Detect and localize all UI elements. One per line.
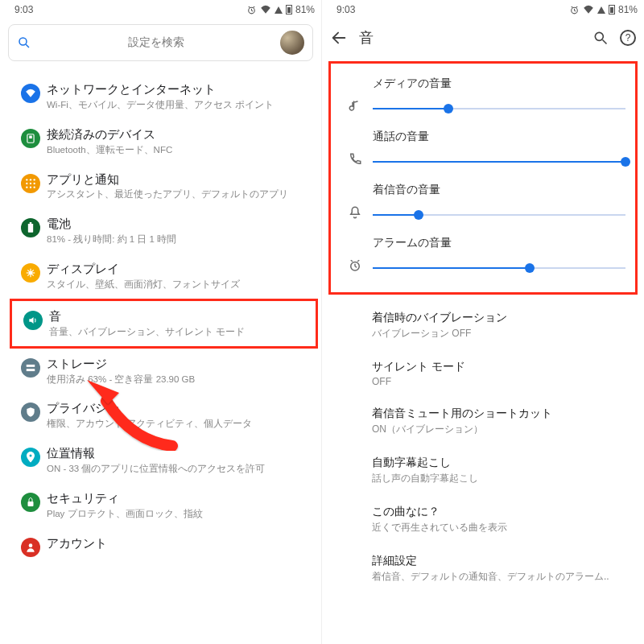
privacy-icon [14,401,47,422]
svg-rect-18 [28,224,33,233]
settings-row-device[interactable]: 接続済みのデバイスBluetooth、運転モード、NFC [10,119,318,164]
row-title: 音 [49,309,311,324]
page-title: 音 [359,28,581,47]
row-title: 接続済みのデバイス [47,127,313,142]
svg-rect-29 [27,365,35,367]
settings-row-wifi[interactable]: ネットワークとインターネットWi-Fi、モバイル、データ使用量、アクセス ポイン… [10,74,318,119]
sound-option[interactable]: サイレント モードOFF [369,350,639,397]
svg-line-3 [249,6,250,7]
svg-point-12 [26,182,27,184]
sound-icon [17,309,49,330]
volume-slider-note: メディアの音量 [337,72,629,125]
alarm-icon [342,258,368,275]
sound-option[interactable]: 着信時のバイブレーションバイブレーション OFF [369,301,639,350]
row-title: プライバシー [47,401,313,416]
svg-line-36 [574,10,576,11]
volume-slider-phone: 通話の音量 [337,125,629,178]
back-button[interactable] [330,29,348,47]
wifi-icon [14,82,47,103]
sound-option[interactable]: 詳細設定着信音、デフォルトの通知音、デフォルトのアラーム.. [369,544,639,593]
sound-header: 音 ? [322,19,644,56]
grid-icon [14,172,47,193]
bell-icon [342,205,368,221]
svg-point-5 [19,38,27,45]
sound-option[interactable]: 自動字幕起こし話し声の自動字幕起こし [369,446,639,495]
option-subtitle: OFF [372,376,636,387]
sound-option[interactable]: この曲なに？近くで再生されている曲を表示 [369,495,639,544]
svg-rect-32 [28,502,34,506]
status-bar: 9:03 81% [322,0,644,19]
svg-point-39 [595,32,603,40]
option-subtitle: ON（バイブレーション） [372,423,636,436]
svg-line-2 [251,10,253,11]
row-title: ネットワークとインターネット [47,82,313,97]
search-button[interactable] [592,30,609,46]
row-subtitle: ON - 33 個のアプリに位置情報へのアクセスを許可 [47,463,313,475]
wifi-status-icon [260,5,271,14]
slider-label: アラームの音量 [373,236,625,250]
option-title: 着信音ミュート用のショートカット [372,407,636,421]
svg-line-40 [603,40,607,44]
slider-track[interactable] [373,157,625,168]
svg-line-38 [576,6,578,7]
row-title: 位置情報 [47,446,313,461]
clock: 9:03 [6,4,246,15]
settings-row-security[interactable]: セキュリティPlay プロテクト、画面ロック、指紋 [10,483,318,528]
phone-icon [342,152,368,168]
row-title: セキュリティ [47,491,313,506]
settings-row-battery[interactable]: 電池81% - 残り時間: 約 1 日 1 時間 [10,208,318,254]
option-title: 詳細設定 [372,554,636,568]
svg-line-6 [26,44,29,47]
profile-avatar[interactable] [280,31,304,55]
row-subtitle: アシスタント、最近使ったアプリ、デフォルトのアプリ [47,188,313,200]
svg-point-17 [34,186,35,188]
battery-status-icon [286,5,292,14]
option-subtitle: 近くで再生されている曲を表示 [372,521,636,535]
settings-row-storage[interactable]: ストレージ使用済み 63% - 空き容量 23.90 GB [10,349,318,394]
row-subtitle: 権限、アカウント アクティビティ、個人データ [47,418,313,430]
slider-label: 着信音の音量 [373,183,625,197]
svg-point-31 [30,455,32,457]
sound-settings-screen: 9:03 81% 音 ? メディアの音量通話の音量着信音の音量アラームの音量 着… [322,0,644,644]
svg-line-4 [254,6,255,7]
svg-point-33 [29,543,33,547]
status-icons: 81% [569,4,638,15]
option-title: サイレント モード [372,360,636,374]
settings-search[interactable]: 設定を検索 [8,24,313,61]
svg-point-10 [30,179,31,180]
option-title: 自動字幕起こし [372,456,636,470]
settings-row-privacy[interactable]: プライバシー権限、アカウント アクティビティ、個人データ [10,393,318,438]
volume-sliders-group: メディアの音量通話の音量着信音の音量アラームの音量 [328,61,638,295]
help-button[interactable]: ? [620,30,636,46]
settings-row-sun[interactable]: ディスプレイスタイル、壁紙、画面消灯、フォントサイズ [10,254,318,299]
clock: 9:03 [328,4,569,15]
row-title: アカウント [47,536,313,551]
sound-options-list: 着信時のバイブレーションバイブレーション OFFサイレント モードOFF着信音ミ… [322,299,644,593]
svg-point-13 [30,182,31,184]
slider-label: メディアの音量 [373,76,625,91]
battery-percent: 81% [618,4,638,15]
volume-slider-alarm: アラームの音量 [337,231,629,284]
search-placeholder: 設定を検索 [38,35,274,50]
slider-track[interactable] [373,210,625,221]
settings-row-sound[interactable]: 音音量、バイブレーション、サイレント モード [10,299,318,349]
svg-line-37 [572,6,573,7]
settings-list: ネットワークとインターネットWi-Fi、モバイル、データ使用量、アクセス ポイン… [0,68,321,565]
note-icon [342,99,368,115]
battery-status-icon [609,5,615,14]
settings-row-grid[interactable]: アプリと通知アシスタント、最近使ったアプリ、デフォルトのアプリ [10,164,318,209]
sun-icon [14,262,47,283]
sound-option[interactable]: 着信音ミュート用のショートカットON（バイブレーション） [369,397,639,446]
settings-row-account[interactable]: アカウント [10,528,318,565]
svg-rect-30 [27,369,35,371]
slider-track[interactable] [373,104,625,115]
alarm-status-icon [569,5,580,15]
settings-screen: 9:03 81% 設定を検索 ネットワークとインターネットWi-Fi、モバイル、… [0,0,322,644]
option-title: 着信時のバイブレーション [372,311,636,325]
row-title: ディスプレイ [47,262,313,277]
battery-icon [14,217,47,237]
row-subtitle: 音量、バイブレーション、サイレント モード [49,326,311,338]
slider-label: 通話の音量 [373,130,625,144]
settings-row-location[interactable]: 位置情報ON - 33 個のアプリに位置情報へのアクセスを許可 [10,438,318,483]
slider-track[interactable] [373,263,625,275]
